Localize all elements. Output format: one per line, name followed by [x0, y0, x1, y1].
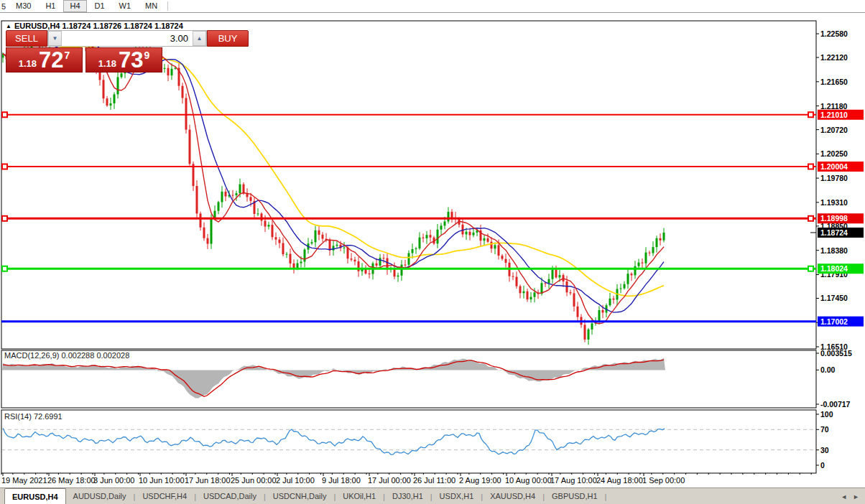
- time-label: 17 Jun 18:00: [185, 476, 231, 485]
- time-label: 10 Jun 10:00: [139, 476, 185, 485]
- chart-tab-xauusd-h4[interactable]: XAUUSD,H4: [483, 489, 542, 504]
- tab-separator: |: [605, 493, 607, 501]
- chart-tab-gbpusd-h1[interactable]: GBPUSD,H1: [545, 489, 605, 504]
- svg-text:1.17002: 1.17002: [820, 317, 848, 326]
- chart-tab-eurusd-h4[interactable]: EURUSD,H4: [4, 488, 66, 504]
- volume-decrease-button[interactable]: ▼: [48, 31, 62, 46]
- svg-text:1.22580: 1.22580: [820, 29, 848, 38]
- macd-label: MACD(12,26,9) 0.002288 0.002028: [4, 351, 129, 360]
- rsi-label: RSI(14) 72.6991: [4, 412, 63, 421]
- time-label: 17 Aug 10:00: [550, 476, 597, 485]
- time-label: 17 Jul 00:00: [368, 476, 411, 485]
- chart-tab-bar: EURUSD,H4AUDUSD,Daily|USDCHF,H4|USDCAD,D…: [0, 487, 865, 504]
- time-label: 2 Jul 10:00: [276, 476, 315, 485]
- one-click-trading-panel: SELL ▼ ▲ BUY 1.18727 1.18739: [6, 30, 162, 73]
- time-label: 9 Jul 18:00: [322, 476, 361, 485]
- collapse-triangle-icon[interactable]: ▲: [6, 23, 11, 29]
- svg-text:1.18998: 1.18998: [820, 214, 848, 223]
- timeframe-button-h4[interactable]: H4: [63, 0, 86, 12]
- timeframe-button-w1[interactable]: W1: [113, 0, 138, 12]
- svg-text:1.19310: 1.19310: [820, 198, 848, 207]
- chart-tab-usdx-h1[interactable]: USDX,H1: [432, 489, 481, 504]
- svg-text:30: 30: [820, 446, 829, 454]
- sell-price-display[interactable]: 1.18727: [6, 47, 83, 73]
- timeframe-button-h1[interactable]: H1: [39, 0, 62, 12]
- svg-text:1.21650: 1.21650: [820, 78, 848, 86]
- time-label: 24 Aug 18:00: [596, 476, 643, 485]
- svg-text:1.21010: 1.21010: [820, 111, 848, 119]
- time-label: 3 Jun 00:00: [93, 476, 135, 485]
- chart-tab-usdchf-h4[interactable]: USDCHF,H4: [135, 489, 194, 504]
- buy-price-pip: 9: [144, 50, 150, 61]
- svg-text:100: 100: [820, 410, 833, 419]
- svg-text:1.18024: 1.18024: [820, 264, 848, 273]
- svg-text:0: 0: [820, 461, 825, 470]
- toolbar-separator: [167, 1, 168, 11]
- volume-increase-button[interactable]: ▲: [193, 31, 206, 46]
- timeframe-button-mn[interactable]: MN: [139, 0, 164, 12]
- svg-text:1.21180: 1.21180: [820, 102, 848, 111]
- svg-text:1.17450: 1.17450: [820, 294, 848, 302]
- volume-input[interactable]: [62, 31, 193, 46]
- svg-text:1.20720: 1.20720: [820, 126, 848, 134]
- svg-text:1.22120: 1.22120: [820, 53, 848, 62]
- chart-tab-usdcnh-daily[interactable]: USDCNH,Daily: [266, 489, 334, 504]
- sell-button[interactable]: SELL: [6, 30, 47, 47]
- time-axis[interactable]: 19 May 202126 May 18:003 Jun 00:0010 Jun…: [0, 476, 816, 486]
- time-label: 26 May 18:00: [47, 476, 96, 485]
- buy-price-display[interactable]: 1.18739: [85, 47, 162, 73]
- time-label: 25 Jun 00:00: [231, 476, 277, 485]
- sell-price-big: 72: [39, 50, 63, 71]
- tab-nav: ◄►: [841, 493, 865, 500]
- svg-text:70: 70: [820, 425, 829, 434]
- time-label: 1 Sep 00:00: [642, 476, 685, 485]
- time-label: 2 Aug 19:00: [459, 476, 501, 485]
- chart-tab-usdcad-daily[interactable]: USDCAD,Daily: [196, 489, 264, 504]
- buy-price-big: 73: [119, 50, 143, 71]
- chart-tab-ukoil-h1[interactable]: UKOil,H1: [336, 489, 383, 504]
- svg-text:1.20250: 1.20250: [820, 149, 848, 158]
- time-label: 19 May 2021: [1, 476, 47, 485]
- chart-tab-dj30-h1[interactable]: DJ30,H1: [385, 489, 430, 504]
- chart-title: ▲EURUSD,H4 1.18724 1.18726 1.18724 1.187…: [6, 22, 183, 30]
- volume-spinner: ▼ ▲: [47, 30, 207, 47]
- buy-price-prefix: 1.18: [98, 58, 116, 69]
- sell-price-prefix: 1.18: [19, 58, 37, 69]
- chart-canvas[interactable]: 1.225801.221201.216501.211801.207201.202…: [0, 0, 865, 487]
- svg-text:0.003515: 0.003515: [820, 349, 852, 358]
- timeframe-button-m30[interactable]: M30: [9, 0, 37, 12]
- svg-text:0.00: 0.00: [820, 365, 836, 374]
- tabs-scroll-right-icon[interactable]: ►: [853, 493, 859, 500]
- sell-price-pip: 7: [65, 50, 70, 61]
- timeframe-button-d1[interactable]: D1: [88, 0, 111, 12]
- chart-symbol-label: EURUSD,H4: [14, 22, 60, 30]
- svg-text:-0.00717: -0.00717: [820, 400, 851, 409]
- chart-ohlc-values: 1.18724 1.18726 1.18724 1.18724: [63, 22, 183, 30]
- mt4-terminal: { "toolbar": { "clipped_left": "5", "tim…: [0, 0, 865, 504]
- time-label: 26 Jul 11:00: [413, 476, 455, 485]
- svg-text:1.19780: 1.19780: [820, 174, 848, 182]
- svg-text:1.18380: 1.18380: [820, 246, 848, 255]
- tabs-scroll-left-icon[interactable]: ◄: [841, 493, 847, 500]
- svg-text:1.20004: 1.20004: [820, 162, 848, 171]
- buy-button[interactable]: BUY: [207, 30, 249, 47]
- timeframe-m5-clipped[interactable]: 5: [0, 2, 9, 11]
- timeframe-toolbar: 5M30H1H4D1W1MN: [0, 0, 865, 13]
- svg-text:1.18724: 1.18724: [820, 228, 848, 237]
- chart-tab-audusd-daily[interactable]: AUDUSD,Daily: [66, 489, 134, 504]
- time-label: 10 Aug 00:00: [505, 476, 552, 485]
